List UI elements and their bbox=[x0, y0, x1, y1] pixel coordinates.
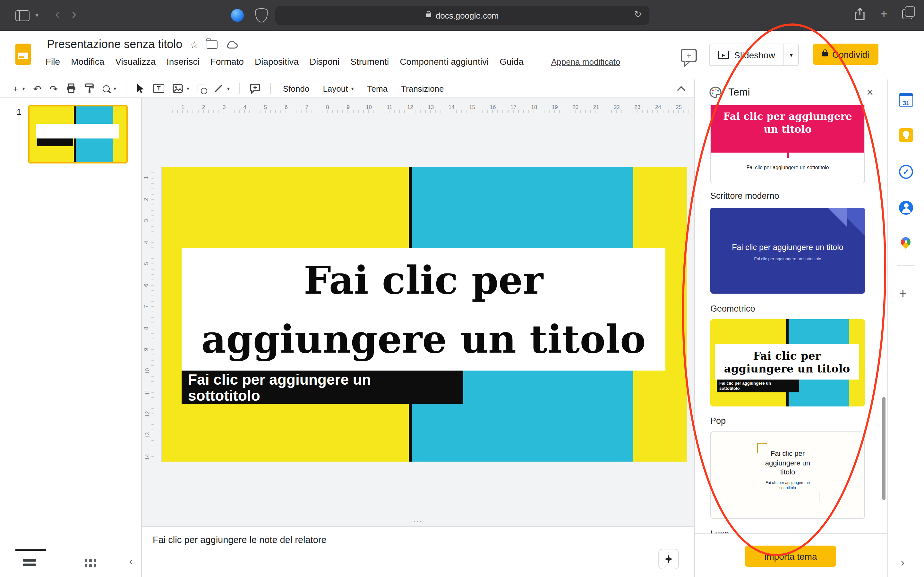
reload-icon[interactable]: ↻ bbox=[634, 9, 642, 19]
image-caret[interactable]: ▾ bbox=[187, 85, 189, 91]
menu-guida[interactable]: Guida bbox=[499, 56, 523, 67]
zoom-caret[interactable]: ▾ bbox=[113, 85, 116, 91]
grid-view-icon[interactable] bbox=[85, 559, 96, 568]
ruler-number: 12 bbox=[144, 411, 150, 417]
ruler-number: 13 bbox=[144, 432, 150, 438]
title-placeholder[interactable]: Fai clic per aggiungere un titolo bbox=[182, 248, 666, 371]
forward-icon[interactable]: › bbox=[72, 6, 76, 22]
contacts-icon[interactable] bbox=[899, 201, 913, 215]
keep-icon[interactable] bbox=[899, 128, 913, 142]
sparkle-icon bbox=[664, 554, 674, 564]
comments-icon[interactable]: + bbox=[681, 49, 697, 62]
slide-thumbnail[interactable] bbox=[28, 105, 128, 163]
paint-format-icon[interactable] bbox=[85, 83, 94, 93]
collapse-toolbar-icon[interactable] bbox=[678, 85, 684, 92]
slide-filmstrip: 1 ‹ bbox=[0, 98, 142, 577]
calendar-icon[interactable]: 31 bbox=[899, 93, 913, 107]
notes-placeholder[interactable]: Fai clic per aggiungere le note del rela… bbox=[153, 535, 326, 545]
menu-componenti-aggiuntivi[interactable]: Componenti aggiuntivi bbox=[400, 56, 489, 67]
ruler-number: 9 bbox=[347, 104, 349, 110]
menu-modifica[interactable]: Modifica bbox=[71, 56, 104, 67]
ruler-number: 5 bbox=[143, 262, 149, 265]
tab-overview-icon[interactable] bbox=[902, 9, 913, 19]
slides-logo[interactable] bbox=[15, 44, 31, 65]
background-button[interactable]: Sfondo bbox=[280, 82, 312, 95]
sidebar-toggle-icon[interactable] bbox=[15, 10, 29, 21]
transition-button[interactable]: Transizione bbox=[399, 82, 446, 95]
select-cursor-icon[interactable] bbox=[136, 83, 145, 93]
canvas-area: 1234567891011121314151617181920212223242… bbox=[142, 98, 694, 577]
insert-comment-icon[interactable] bbox=[250, 83, 260, 93]
collapse-filmstrip-icon[interactable]: ‹ bbox=[123, 554, 139, 569]
layout-button[interactable]: Layout▾ bbox=[320, 82, 356, 95]
menu-file[interactable]: File bbox=[45, 56, 60, 67]
back-icon[interactable]: ‹ bbox=[55, 6, 60, 22]
theme-button[interactable]: Tema bbox=[365, 82, 391, 95]
theme-preview-luxe[interactable]: Fai clic per aggiungere un titolo Fai cl… bbox=[710, 432, 865, 519]
redo-icon[interactable]: ↷ bbox=[50, 84, 58, 93]
share-button[interactable]: Condividi bbox=[813, 44, 878, 65]
ruler-number: 11 bbox=[144, 390, 150, 395]
ruler-number: 22 bbox=[614, 104, 620, 110]
new-slide-button[interactable]: + bbox=[13, 84, 19, 93]
add-addon-icon[interactable]: + bbox=[899, 286, 907, 301]
share-icon[interactable] bbox=[855, 8, 865, 21]
theme-name-geometrico: Geometrico bbox=[710, 304, 755, 314]
shield-extension-icon[interactable] bbox=[255, 8, 268, 23]
filmstrip-view-icon[interactable] bbox=[23, 559, 36, 568]
themes-list: Fai clic per aggiungere un titolo Fai cl… bbox=[695, 105, 887, 533]
url-text: docs.google.com bbox=[436, 11, 499, 20]
ruler-number: 20 bbox=[572, 104, 578, 110]
menu-strumenti[interactable]: Strumenti bbox=[351, 56, 389, 67]
ruler-number: 18 bbox=[531, 104, 537, 110]
side-apps-rail: 31 ✓ + › bbox=[887, 79, 924, 577]
star-icon[interactable]: ☆ bbox=[190, 39, 199, 49]
themes-panel-footer: Importa tema bbox=[695, 533, 887, 577]
theme-name-luxe: Luxe bbox=[710, 529, 729, 533]
slide-canvas[interactable]: Fai clic per aggiungere un titolo Fai cl… bbox=[162, 167, 687, 462]
theme-preview-geometrico[interactable]: Fai clic per aggiungere un titolo Fai cl… bbox=[710, 208, 865, 293]
slideshow-dropdown[interactable]: ▾ bbox=[783, 44, 798, 65]
panel-scrollbar[interactable] bbox=[882, 397, 885, 500]
slideshow-button[interactable]: ▶ Slideshow ▾ bbox=[709, 44, 799, 66]
sidebar-caret-icon[interactable]: ▾ bbox=[35, 11, 39, 19]
menu-diapositiva[interactable]: Diapositiva bbox=[255, 56, 299, 67]
expand-rail-icon[interactable]: › bbox=[901, 556, 905, 569]
close-icon[interactable]: × bbox=[863, 85, 877, 101]
active-view-indicator bbox=[15, 549, 46, 551]
address-bar[interactable]: docs.google.com ↻ bbox=[275, 6, 649, 25]
ruler-number: 17 bbox=[510, 104, 517, 110]
insert-image-icon[interactable] bbox=[173, 84, 183, 93]
document-title[interactable]: Presentazione senza titolo bbox=[47, 37, 182, 51]
tasks-icon[interactable]: ✓ bbox=[899, 165, 913, 179]
text-box-icon[interactable]: T bbox=[153, 84, 164, 93]
ruler-number: 4 bbox=[143, 240, 149, 243]
new-tab-icon[interactable]: + bbox=[880, 7, 887, 21]
move-folder-icon[interactable] bbox=[206, 40, 217, 48]
theme-preview-scrittore-moderno[interactable]: Fai clic per aggiungere un titolo Fai cl… bbox=[710, 105, 865, 183]
explore-button[interactable] bbox=[658, 549, 679, 569]
horizontal-ruler: 1234567891011121314151617181920212223242… bbox=[142, 98, 694, 113]
print-icon[interactable] bbox=[66, 83, 76, 93]
undo-icon[interactable]: ↶ bbox=[33, 84, 41, 93]
import-theme-button[interactable]: Importa tema bbox=[745, 546, 836, 567]
maps-icon[interactable] bbox=[899, 237, 913, 251]
ruler-number: 7 bbox=[305, 104, 309, 110]
subtitle-placeholder[interactable]: Fai clic per aggiungere un sottotitolo bbox=[182, 371, 463, 404]
menu-formato[interactable]: Formato bbox=[210, 56, 244, 67]
zoom-icon[interactable] bbox=[103, 85, 110, 92]
menu-inserisci[interactable]: Inserisci bbox=[166, 56, 200, 67]
browser-toolbar: ▾ ‹ › docs.google.com ↻ + bbox=[0, 0, 924, 31]
extension-icon[interactable] bbox=[231, 9, 244, 22]
menu-disponi[interactable]: Disponi bbox=[310, 56, 339, 67]
new-slide-caret[interactable]: ▾ bbox=[23, 85, 25, 91]
shape-icon[interactable] bbox=[198, 85, 205, 92]
theme-preview-pop[interactable]: Fai clic per aggiungere un titolo Fai cl… bbox=[710, 319, 865, 406]
menu-visualizza[interactable]: Visualizza bbox=[115, 56, 156, 67]
speaker-notes: Fai clic per aggiungere le note del rela… bbox=[142, 526, 694, 577]
cloud-status-icon[interactable] bbox=[225, 39, 239, 49]
line-icon[interactable] bbox=[215, 85, 222, 92]
last-edit-status[interactable]: Appena modificato bbox=[551, 57, 620, 66]
line-caret[interactable]: ▾ bbox=[227, 85, 230, 91]
theme-name-pop: Pop bbox=[710, 416, 726, 426]
